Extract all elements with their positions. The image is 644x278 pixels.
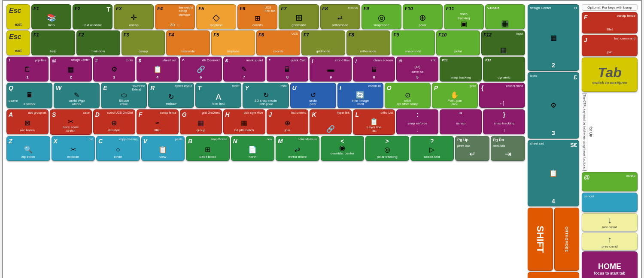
f6-key[interactable]: F6 UCSnext tab ⊞ coords: [237, 4, 277, 29]
esc-key-top[interactable]: Esc exit: [6, 4, 30, 29]
side-key-tools[interactable]: tools £ ⚙ 3: [528, 72, 579, 139]
f9b-key[interactable]: F9 snapmode: [392, 30, 435, 55]
key-l[interactable]: L ortho List 📋 Layer line last: [353, 109, 395, 135]
key-pgup[interactable]: Pg Up prev tab ↵: [455, 136, 489, 161]
orthomode-key[interactable]: ORTHOMODE: [554, 208, 580, 271]
f4-key[interactable]: F4 line weightosnaptabmode 3D ↔: [155, 4, 195, 29]
f4b-key[interactable]: F4 tabmode: [166, 30, 210, 55]
key-e[interactable]: E iso-metricExtend ⬭ Ellipse erase: [101, 83, 147, 108]
main-keys: Esc exit F1 📚 help F2 T text window F3 ✛: [6, 4, 525, 278]
f11-key[interactable]: F11 snaptracking ▣: [444, 4, 484, 29]
key-p[interactable]: P print ✋ Point pan prev.: [432, 83, 478, 108]
esc-key-bottom[interactable]: Esc exit: [6, 30, 30, 55]
f6b-key[interactable]: F6 UCS coords: [256, 30, 300, 55]
key-8[interactable]: ( cmnd line ▬ 9: [310, 57, 352, 82]
tab-key[interactable]: Tab switch to next/prev: [582, 57, 638, 92]
ctrl-uk-group: The CTRL key must be held when using the…: [582, 93, 638, 171]
key-b[interactable]: B snap Bclose ⊞ Bedit block: [186, 136, 230, 161]
key-z[interactable]: Z 🔍 zip zoom: [6, 136, 50, 161]
for-uk-label: for UK: [589, 119, 593, 145]
key-c[interactable]: C copy crossing ○ circle: [96, 136, 140, 161]
key-1[interactable]: ! prprties 🗒 1: [6, 57, 49, 82]
key-5[interactable]: ^ db Connect 🔗 6: [180, 57, 222, 82]
shift-ortho-group: SHIFT ORTHOMODE: [528, 208, 579, 271]
key-3[interactable]: # tools ⚙ 3: [93, 57, 135, 82]
row-f-bottom: Esc exit F1 help F2 t window F3 osnap F4…: [6, 30, 525, 55]
key-t[interactable]: T tablet A trim text: [195, 83, 241, 108]
keyboard-container: Esc exit F1 📚 help F2 T text window F3 ✛: [2, 0, 642, 278]
key-r[interactable]: R cycles layout ↻ redraw: [148, 83, 194, 108]
right-osnap-key[interactable]: @ osnap: [582, 172, 638, 191]
key-s[interactable]: S save ✂ slice scale stretch: [50, 109, 92, 135]
key-4[interactable]: $ sheet set 📋 4: [137, 57, 179, 82]
row-number: ! prprties 🗒 1 @ design Center ▦ 2 # to: [6, 57, 525, 82]
f10b-key[interactable]: F10 polar: [436, 30, 480, 55]
side-key-sheetset[interactable]: sheet set $€ 📋 4: [528, 140, 579, 206]
f7b-key[interactable]: F7 gridmode: [301, 30, 345, 55]
f5-key[interactable]: F5 ◇ isoplane: [196, 4, 236, 29]
key-u[interactable]: U ↺ undo polar: [290, 83, 336, 108]
right-cancel-key[interactable]: cancel: [582, 193, 638, 212]
key-h[interactable]: H pick style Hide ▦ hd plts hatch: [223, 109, 265, 134]
f7-key[interactable]: F7 ⊞ gridmode: [279, 4, 319, 29]
key-v[interactable]: V paste 📋 view: [141, 136, 185, 161]
key-o[interactable]: O ⊙ orbit opt offset osnap: [385, 83, 431, 108]
f1b-key[interactable]: F1 help: [31, 30, 75, 55]
key-y[interactable]: Y redo ↻ 3D snap mode undo polar: [243, 83, 289, 108]
key-6[interactable]: & markup set ✎ 7: [223, 57, 265, 82]
key-f12-dynamic[interactable]: F12 dynamic: [483, 57, 525, 82]
key-d[interactable]: D coord UCS Div/Dist ⊕ dimstyle: [93, 109, 135, 134]
key-x[interactable]: X cut ✂ explode: [52, 136, 95, 161]
row-asdf: A add group sel ⊠ arc Aarea S save ✂ sli…: [6, 109, 525, 135]
key-7[interactable]: * quick Calc 🖩 8: [267, 57, 309, 82]
key-comma[interactable]: < ◉ override: center ,: [321, 136, 365, 161]
key-slash[interactable]: ? ▷ ucsde-tect: [410, 136, 454, 161]
key-m[interactable]: M none Measure ⇄ mirror move: [276, 136, 319, 161]
key-k[interactable]: K hyper link 🔗: [310, 109, 352, 134]
side-key-designcenter[interactable]: design Center " ▦ 2: [528, 4, 579, 71]
arrow-down-key[interactable]: ↓ last cmnd: [582, 213, 638, 231]
key-q[interactable]: Q 🖩 qsave X wblock: [6, 83, 52, 108]
key-brace-close[interactable]: } snap tracking ]: [483, 109, 525, 134]
ctrl-note: The CTRL key must be held when using the…: [582, 93, 587, 171]
key-2[interactable]: @ design Center ▦ 2: [50, 57, 92, 82]
f2b-key[interactable]: F2 t window: [76, 30, 120, 55]
key-a[interactable]: A add group sel ⊠ arc Aarea: [6, 109, 49, 134]
f2-key[interactable]: F2 T text window: [73, 4, 112, 29]
key-w[interactable]: W ✎ world Wgo wblock: [54, 83, 100, 108]
f12-key[interactable]: F12 input ▦: [481, 30, 525, 55]
key-f[interactable]: F osnap fence ≈ fillet: [137, 109, 179, 134]
f10-key[interactable]: F10 ⊕ polar: [403, 4, 443, 29]
home-key[interactable]: HOME focus to start tab: [582, 251, 638, 278]
key-pgdn[interactable]: Pg Dn next tab ⇥: [491, 136, 525, 161]
vbasic-key[interactable]: V.Basic ▦: [485, 4, 525, 29]
arrow-up-key[interactable]: ↑ prev cmnd: [582, 233, 638, 251]
key-brace-open[interactable]: { cancel cmnd ⌐[: [479, 83, 525, 108]
key-9-cleanscreen[interactable]: ) clean screen 🖥 0: [353, 57, 395, 82]
f8-key[interactable]: F8 macros ⇄ orthomode: [320, 4, 360, 29]
f5b-key[interactable]: F5 isoplane: [211, 30, 255, 55]
shift-key[interactable]: SHIFT: [528, 208, 553, 271]
key-i[interactable]: I coords ID 🔄 infer Image insert: [337, 83, 383, 108]
row-f-top: Esc exit F1 📚 help F2 T text window F3 ✛: [6, 4, 525, 29]
alt-key[interactable]: ALT: [528, 272, 579, 278]
right-f-key[interactable]: F osnap fence fillet: [582, 12, 638, 33]
key-quote[interactable]: " osnap ': [440, 109, 482, 134]
key-f11-snap[interactable]: F11 snap tracking: [440, 57, 482, 82]
row-qwerty: Q 🖩 qsave X wblock W ✎ world Wgo wblock: [6, 83, 525, 108]
key-percent[interactable]: % info (alt) save as 5: [396, 57, 438, 82]
right-j-key[interactable]: J last command join: [582, 35, 638, 56]
f8b-key[interactable]: F8 orthomode: [346, 30, 390, 55]
key-g[interactable]: G grid GraDient ▦ group: [180, 109, 222, 134]
f9-key[interactable]: F9 ◎ snapmode: [361, 4, 401, 29]
side-panel: design Center " ▦ 2 tools £ ⚙ 3 sheet se…: [528, 4, 579, 278]
f3-key[interactable]: F3 ✛ osnap: [114, 4, 154, 29]
key-semicolon[interactable]: : snap enforce ;: [396, 109, 438, 134]
f3b-key[interactable]: F3 osnap: [122, 30, 165, 55]
key-n[interactable]: N new 📄 north: [231, 136, 275, 161]
key-period[interactable]: > ◎ polar tracking: [365, 136, 409, 161]
f1-key[interactable]: F1 📚 help: [31, 4, 71, 29]
right-panel: Optional: For keys with bump F osnap fen…: [582, 4, 638, 278]
key-j[interactable]: J last cmmnd ⊕ join: [267, 109, 309, 134]
row-zxcv: Z 🔍 zip zoom X cut ✂ explode C copy cros…: [6, 136, 525, 161]
